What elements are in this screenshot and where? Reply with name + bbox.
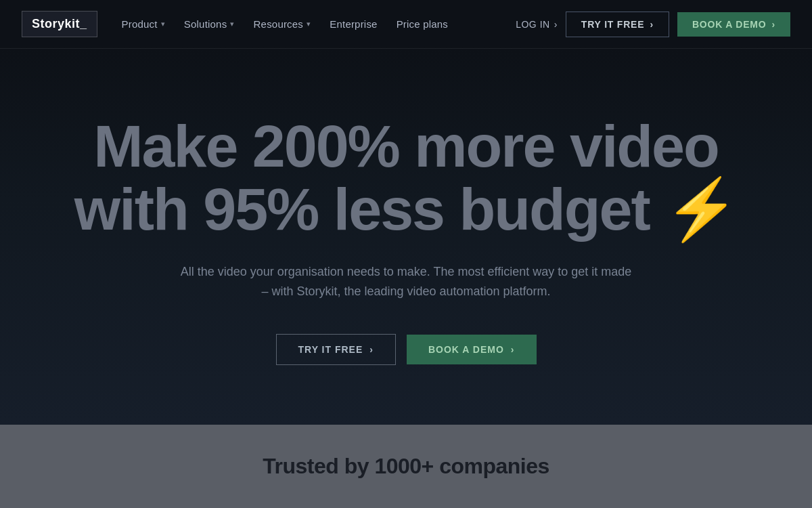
- navbar-right: LOG IN › TRY IT FREE › BOOK A DEMO ›: [516, 12, 790, 37]
- hero-buttons: TRY IT FREE › BOOK A DEMO ›: [276, 334, 537, 365]
- nav-try-free-button[interactable]: TRY IT FREE ›: [566, 12, 669, 37]
- chevron-right-icon: ›: [554, 19, 558, 30]
- arrow-right-icon: ›: [772, 19, 775, 30]
- hero-book-demo-button[interactable]: BOOK A DEMO ›: [407, 335, 537, 364]
- nav-links: Product ▾ Solutions ▾ Resources ▾ Enterp…: [122, 18, 449, 30]
- log-in-link[interactable]: LOG IN ›: [516, 19, 558, 30]
- hero-title-line2: with 95% less budget ⚡: [74, 178, 738, 240]
- nav-book-demo-button[interactable]: BOOK A DEMO ›: [677, 12, 790, 37]
- trusted-title: Trusted by 1000+ companies: [263, 454, 549, 479]
- chevron-icon: ▾: [230, 20, 234, 28]
- nav-price-plans[interactable]: Price plans: [397, 18, 448, 30]
- nav-solutions[interactable]: Solutions ▾: [184, 18, 235, 30]
- arrow-right-icon: ›: [650, 19, 653, 30]
- nav-enterprise[interactable]: Enterprise: [330, 18, 377, 30]
- chevron-icon: ▾: [307, 20, 311, 28]
- logo[interactable]: Storykit_: [22, 11, 97, 37]
- logo-text: Storykit_: [32, 17, 87, 30]
- hero-try-free-button[interactable]: TRY IT FREE ›: [276, 334, 396, 365]
- trusted-section: Trusted by 1000+ companies: [0, 425, 812, 508]
- nav-resources[interactable]: Resources ▾: [254, 18, 311, 30]
- hero-subtitle: All the video your organisation needs to…: [176, 262, 636, 301]
- chevron-icon: ▾: [161, 20, 165, 28]
- lightning-icon: ⚡: [664, 175, 738, 242]
- hero-section: Make 200% more video with 95% less budge…: [0, 49, 812, 425]
- hero-title-line1: Make 200% more video: [93, 112, 719, 179]
- navbar: Storykit_ Product ▾ Solutions ▾ Resource…: [0, 0, 812, 49]
- arrow-right-icon: ›: [511, 344, 515, 355]
- arrow-right-icon: ›: [369, 344, 374, 355]
- navbar-left: Storykit_ Product ▾ Solutions ▾ Resource…: [22, 11, 448, 37]
- hero-title: Make 200% more video with 95% less budge…: [74, 115, 738, 240]
- nav-product[interactable]: Product ▾: [122, 18, 165, 30]
